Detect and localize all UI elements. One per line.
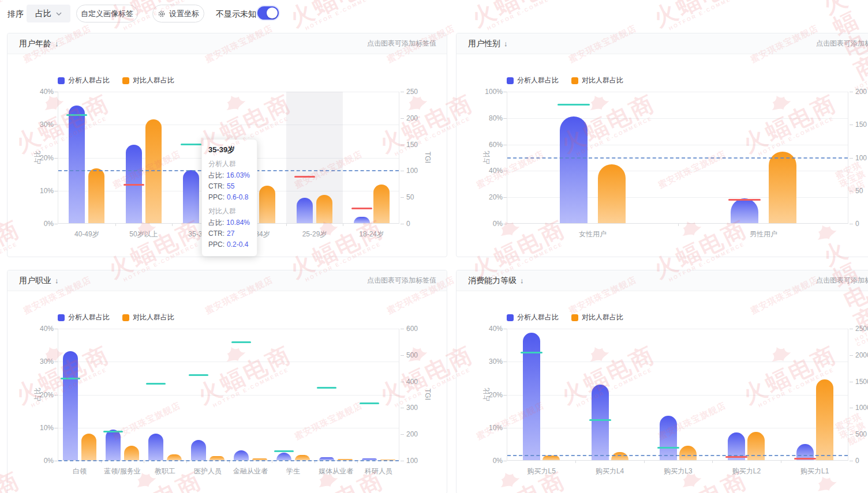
tgi-axis-tick-label: 400 — [406, 378, 418, 386]
bar-analysis[interactable] — [276, 453, 291, 460]
tgi-axis-tick — [850, 382, 853, 382]
bar-analysis[interactable] — [148, 434, 163, 460]
sort-select[interactable]: 占比 — [27, 5, 70, 22]
tgi-axis-tick-label: 500 — [406, 351, 418, 359]
legend-item-analysis[interactable]: 分析人群占比 — [507, 76, 559, 85]
x-axis-category-label: 媒体从业者 — [315, 466, 357, 476]
legend-item-analysis[interactable]: 分析人群占比 — [58, 313, 110, 322]
legend-marker — [122, 314, 129, 321]
bar-analysis[interactable] — [183, 170, 199, 223]
panel-consumption-level: 消费能力等级↓点击图表可添加标签值分析人群占比对比人群占比40%30%20%10… — [456, 270, 868, 493]
tgi-100-reference-line — [58, 460, 399, 461]
tgi-axis-tick-label: 200 — [406, 114, 418, 122]
sort-desc-icon[interactable]: ↓ — [55, 39, 59, 48]
panel-title: 消费能力等级↓ — [468, 276, 524, 286]
bar-compare[interactable] — [259, 186, 275, 223]
hide-unknown-label: 不显示未知 — [216, 9, 256, 20]
x-axis-category-label: 学生 — [272, 466, 315, 476]
bar-compare[interactable] — [769, 152, 796, 223]
tgi-mark — [103, 431, 123, 432]
bar-compare[interactable] — [373, 185, 390, 223]
bar-compare[interactable] — [542, 456, 560, 460]
y-axis-tick — [54, 428, 58, 428]
x-axis-category-label: 购买力L1 — [781, 466, 849, 476]
panel-title: 用户年龄↓ — [19, 39, 59, 49]
legend-item-analysis[interactable]: 分析人群占比 — [58, 76, 110, 85]
gridline — [507, 362, 848, 362]
panel-user-age: 用户年龄↓点击图表可添加标签值分析人群占比对比人群占比40%30%20%10%0… — [7, 33, 447, 257]
bar-compare[interactable] — [81, 434, 96, 460]
legend-item-analysis[interactable]: 分析人群占比 — [507, 313, 559, 322]
tgi-axis-tick — [850, 434, 853, 435]
bar-analysis[interactable] — [731, 198, 758, 224]
toggle-knob — [267, 7, 278, 18]
bar-analysis[interactable] — [297, 198, 313, 223]
x-axis-category-label: 购买力L5 — [507, 466, 575, 476]
y-axis-tick-label: 30% — [470, 357, 503, 366]
x-axis-category-label: 教职工 — [144, 466, 186, 476]
sort-desc-icon[interactable]: ↓ — [504, 39, 508, 48]
tooltip-metric-label: 占比: — [208, 217, 224, 228]
tgi-axis-tick-label: 1000 — [855, 404, 868, 412]
legend-item-compare[interactable]: 对比人群占比 — [571, 313, 623, 322]
bar-analysis[interactable] — [191, 440, 206, 460]
hide-unknown-toggle[interactable] — [257, 6, 279, 20]
bar-analysis[interactable] — [63, 351, 78, 460]
bar-compare[interactable] — [167, 454, 182, 460]
bar-compare[interactable] — [88, 168, 104, 223]
set-coordinates-button[interactable]: 设置坐标 — [152, 5, 204, 22]
chart-plot[interactable]: 100%80%60%40%20%0%200150100500占比TGI女性用户男… — [507, 92, 848, 224]
bar-compare[interactable] — [679, 446, 697, 460]
bar-compare[interactable] — [209, 456, 225, 460]
x-axis-tick — [781, 461, 781, 463]
bar-compare[interactable] — [611, 452, 628, 460]
bar-compare[interactable] — [816, 379, 833, 460]
legend-item-compare[interactable]: 对比人群占比 — [571, 76, 623, 85]
bar-analysis[interactable] — [660, 416, 677, 460]
tgi-mark — [66, 114, 87, 116]
y-axis-tick-label: 30% — [21, 357, 54, 366]
x-axis-tick — [644, 461, 645, 463]
panel-title-text: 消费能力等级 — [468, 276, 517, 286]
y-axis-tick — [54, 461, 58, 461]
tgi-axis-tick-label: 600 — [406, 325, 418, 333]
bar-analysis[interactable] — [234, 450, 249, 460]
tgi-axis-tick — [401, 171, 404, 171]
bar-analysis[interactable] — [560, 116, 588, 223]
bar-compare[interactable] — [316, 195, 332, 223]
y-axis-tick — [503, 224, 507, 224]
legend-label: 分析人群占比 — [517, 313, 559, 322]
bar-analysis[interactable] — [592, 385, 609, 460]
legend-label: 分析人群占比 — [68, 313, 110, 322]
chart-tooltip: 35-39岁分析人群占比:16.03%CTR:55PPC:0.6-0.8对比人群… — [201, 139, 257, 257]
bar-analysis[interactable] — [69, 106, 85, 223]
tgi-mark — [521, 352, 542, 353]
bar-compare[interactable] — [295, 455, 310, 460]
tgi-axis-tick — [401, 145, 404, 145]
x-axis-tick — [115, 224, 116, 226]
bar-analysis[interactable] — [354, 217, 370, 223]
bar-compare[interactable] — [124, 446, 139, 460]
tgi-axis-tick-label: 500 — [855, 430, 867, 438]
sort-desc-icon[interactable]: ↓ — [55, 276, 59, 285]
y-axis-tick-label: 0% — [470, 220, 503, 228]
tgi-axis-tick — [850, 158, 853, 159]
tgi-axis-tick-label: 100 — [406, 457, 418, 465]
x-axis-tick — [678, 224, 679, 226]
sort-desc-icon[interactable]: ↓ — [520, 276, 524, 285]
bar-analysis[interactable] — [106, 430, 121, 460]
y-axis-tick — [503, 329, 507, 329]
chart-plot[interactable]: 40%30%20%10%0%600500400300200100占比TGI白领蓝… — [58, 329, 399, 461]
legend-item-compare[interactable]: 对比人群占比 — [122, 76, 174, 85]
legend-marker — [58, 314, 65, 321]
sort-select-value: 占比 — [35, 9, 51, 19]
customize-portrait-tags-button[interactable]: 自定义画像标签 — [76, 5, 138, 22]
tgi-mark — [657, 447, 679, 449]
chart-plot[interactable]: 40%30%20%10%0%25002000150010005000占比TGI购… — [507, 329, 848, 461]
x-axis-category-label: 科研人员 — [357, 466, 400, 476]
bar-compare[interactable] — [598, 164, 626, 223]
y-axis-tick — [54, 158, 58, 159]
tgi-axis-tick — [401, 92, 404, 92]
legend-item-compare[interactable]: 对比人群占比 — [122, 313, 174, 322]
y-axis-name: 占比 — [33, 150, 43, 164]
